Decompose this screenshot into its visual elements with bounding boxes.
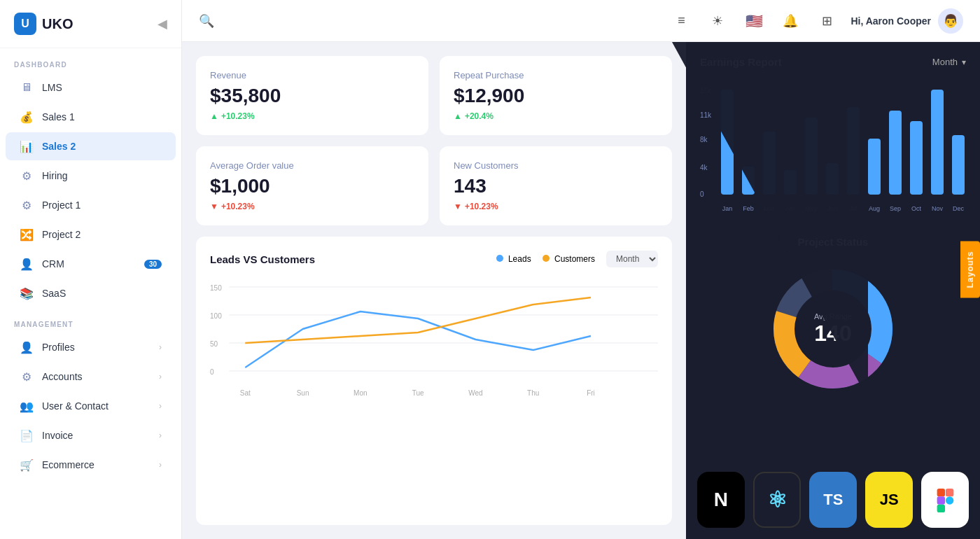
earnings-header: Earnings Report Month ▾ [700,56,966,68]
revenue-value: $35,800 [210,85,414,107]
svg-rect-30 [826,163,839,195]
lms-icon: 🖥 [20,80,34,94]
svg-rect-28 [805,118,818,195]
svg-text:150: 150 [210,284,222,293]
svg-text:Dec: Dec [953,205,965,212]
sidebar-item-sales1[interactable]: 💰 Sales 1 [6,103,176,131]
hiring-label: Hiring [42,170,162,181]
sidebar-item-crm[interactable]: 👤 CRM 30 [6,250,176,278]
svg-rect-48 [937,489,945,496]
svg-rect-36 [889,111,902,195]
accounts-chevron: › [159,372,162,382]
leads-legend: Leads [496,254,531,264]
typescript-icon: TS [809,472,857,528]
sidebar-item-lms[interactable]: 🖥 LMS [6,74,176,102]
sidebar-item-sales2[interactable]: 📊 Sales 2 [6,132,176,160]
svg-text:Aug: Aug [869,205,880,212]
sales2-label: Sales 2 [42,141,162,152]
svg-text:0: 0 [210,368,214,377]
donut-avg-label: Avg Range [814,312,852,321]
svg-text:Jan: Jan [722,205,733,212]
sales2-icon: 📊 [20,139,34,153]
layouts-button[interactable]: Layouts [960,241,980,298]
crm-icon: 👤 [20,257,34,271]
figma-icon [921,472,969,528]
svg-text:Thu: Thu [527,388,539,398]
header-actions: ≡ ☀ 🇺🇸 🔔 ⊞ Hi, Aaron Cooper 👨 [668,8,963,34]
collapse-button[interactable]: ◀ [158,16,167,31]
ecommerce-chevron: › [159,460,162,470]
sidebar: U UKO ◀ DASHBOARD 🖥 LMS 💰 Sales 1 📊 Sale… [0,0,182,539]
sidebar-item-accounts[interactable]: ⚙ Accounts › [6,363,176,391]
svg-rect-50 [937,496,945,504]
nextjs-icon: N [697,472,745,528]
sidebar-item-invoice[interactable]: 📄 Invoice › [6,421,176,449]
sales1-icon: 💰 [20,110,34,124]
project1-icon: ⚙ [20,198,34,212]
sidebar-header: U UKO ◀ [0,0,181,48]
repeat-label: Repeat Purchase [454,70,658,80]
notification-icon[interactable]: 🔔 [778,8,803,34]
svg-text:Nov: Nov [932,205,944,212]
svg-text:4k: 4k [700,164,708,172]
language-icon[interactable]: 🇺🇸 [741,8,766,34]
invoice-label: Invoice [42,430,150,441]
project1-label: Project 1 [42,200,162,211]
sidebar-item-project1[interactable]: ⚙ Project 1 [6,191,176,219]
crm-label: CRM [42,258,136,270]
invoice-icon: 📄 [20,428,34,442]
earnings-period[interactable]: Month [932,57,958,67]
customers-change: ▼ +10.23% [454,202,658,211]
avg-order-label: Average Order value [210,160,414,171]
svg-text:15k: 15k [700,87,712,94]
leads-dot [496,255,503,262]
leads-period-select[interactable]: Month [606,251,658,267]
sidebar-item-profiles[interactable]: 👤 Profiles › [6,333,176,361]
sidebar-item-saas[interactable]: 📚 SaaS [6,279,176,307]
accounts-icon: ⚙ [20,370,34,384]
sidebar-item-ecommerce[interactable]: 🛒 Ecommerce › [6,451,176,479]
svg-rect-49 [946,489,953,496]
revenue-change: ▲ +10.23% [210,111,414,121]
saas-label: SaaS [42,288,162,299]
figma-svg [932,487,958,512]
svg-rect-51 [937,505,945,512]
sales1-label: Sales 1 [42,111,162,122]
react-icon: ⚛ [753,472,801,528]
ecommerce-icon: 🛒 [20,458,34,472]
user-contact-chevron: › [159,401,162,411]
new-customers-card: New Customers 143 ▼ +10.23% [440,146,672,225]
sidebar-item-project2[interactable]: 🔀 Project 2 [6,220,176,248]
svg-rect-22 [742,167,755,195]
customers-value: 143 [454,175,658,197]
down-arrow-icon: ▼ [210,202,218,211]
grid-icon[interactable]: ⊞ [814,8,839,34]
project2-icon: 🔀 [20,227,34,241]
sidebar-item-hiring[interactable]: ⚙ Hiring [6,162,176,190]
earnings-chevron-icon: ▾ [962,57,966,67]
down-arrow2-icon: ▼ [454,202,462,211]
customers-legend: Customers [542,254,595,264]
svg-text:Tue: Tue [412,388,424,398]
user-greeting[interactable]: Hi, Aaron Cooper 👨 [850,8,963,34]
hiring-icon: ⚙ [20,169,34,183]
sidebar-item-user-contact[interactable]: 👥 User & Contact › [6,392,176,420]
svg-text:Oct: Oct [911,205,922,212]
avatar: 👨 [938,8,963,34]
leads-chart-header: Leads VS Customers Leads Customers [210,251,658,267]
svg-text:Wed: Wed [468,388,483,398]
header: 🔍 ≡ ☀ 🇺🇸 🔔 ⊞ Hi, Aaron Cooper 👨 [182,0,980,42]
management-section-label: MANAGEMENT [0,308,181,332]
leads-chart-title: Leads VS Customers [210,253,315,265]
svg-text:Feb: Feb [743,205,754,212]
svg-text:Jun: Jun [827,205,838,212]
svg-rect-42 [952,135,965,195]
revenue-label: Revenue [210,70,414,80]
theme-icon[interactable]: ☀ [705,8,730,34]
earnings-title: Earnings Report [700,56,782,68]
menu-icon[interactable]: ≡ [668,8,694,34]
repeat-value: $12,900 [454,85,658,107]
search-box[interactable]: 🔍 [199,13,657,29]
leads-legend-label: Leads [508,254,531,264]
greeting-text: Hi, Aaron Cooper [850,15,931,27]
